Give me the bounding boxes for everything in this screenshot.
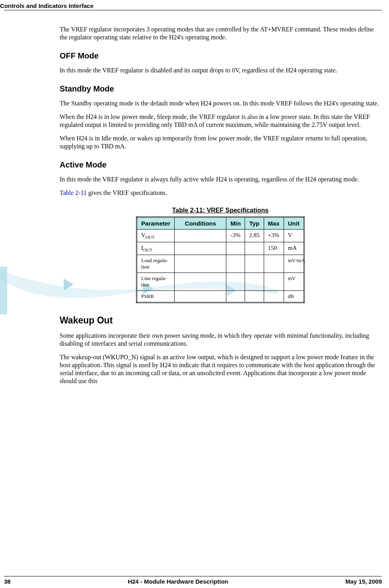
- page-content: The VREF regulator incorporates 3 operat…: [0, 10, 389, 385]
- table-cell-parameter: Line regula-tion: [137, 273, 175, 291]
- table-header-parameter: Parameter: [137, 217, 175, 230]
- table-cell-parameter: VOUT: [137, 230, 175, 242]
- table-cell-parameter: IOUT: [137, 242, 175, 255]
- table-cell-typ: [245, 273, 264, 291]
- table-header-conditions: Conditions: [175, 217, 226, 230]
- table-cell-typ: [245, 255, 264, 273]
- table-cell-min: [226, 255, 245, 273]
- table-cell-unit: dB: [284, 291, 304, 303]
- table-cell-unit: mV/mA: [284, 255, 304, 273]
- table-cell-typ: 2.85: [245, 230, 264, 242]
- standby-mode-paragraph-1: The Standby operating mode is the defaul…: [60, 99, 381, 107]
- document-date: May 15, 2009: [345, 578, 382, 585]
- table-reference-link[interactable]: Table 2-11: [60, 189, 87, 196]
- document-title: H24 - Module Hardware Description: [128, 578, 228, 585]
- table-row: PSRR dB: [137, 291, 304, 303]
- off-mode-paragraph: In this mode the VREF regulator is disab…: [60, 66, 381, 74]
- vref-specifications-table: Parameter Conditions Min Typ Max Unit VO…: [136, 216, 305, 303]
- table-row: VOUT -3% 2.85 +3% V: [137, 230, 304, 242]
- table-cell-max: [264, 255, 284, 273]
- table-cell-parameter: Load regula-tion: [137, 255, 175, 273]
- page-number: 38: [4, 578, 11, 585]
- table-cell-unit: mV: [284, 273, 304, 291]
- table-header-typ: Typ: [245, 217, 264, 230]
- heading-wakeup-out: Wakeup Out: [60, 315, 381, 326]
- table-header-max: Max: [264, 217, 284, 230]
- page-header-title: Controls and Indicators Interface: [0, 0, 389, 9]
- table-cell-max: 150: [264, 242, 284, 255]
- heading-active-mode: Active Mode: [60, 160, 381, 169]
- table-cell-conditions: [175, 255, 226, 273]
- heading-off-mode: OFF Mode: [60, 51, 381, 60]
- table-cell-max: [264, 273, 284, 291]
- table-cell-conditions: [175, 291, 226, 303]
- active-mode-paragraph-2-rest: gives the VREF specifications.: [87, 189, 167, 196]
- table-row: IOUT 150 mA: [137, 242, 304, 255]
- standby-mode-paragraph-3: When H24 is in Idle mode, or wakes up te…: [60, 134, 381, 150]
- heading-standby-mode: Standby Mode: [60, 84, 381, 93]
- table-cell-conditions: [175, 242, 226, 255]
- table-header-unit: Unit: [284, 217, 304, 230]
- active-mode-paragraph-2: Table 2-11 gives the VREF specifications…: [60, 189, 381, 197]
- table-cell-typ: [245, 242, 264, 255]
- table-cell-min: -3%: [226, 230, 245, 242]
- page-footer: 38 H24 - Module Hardware Description May…: [0, 576, 389, 585]
- intro-paragraph: The VREF regulator incorporates 3 operat…: [60, 25, 381, 41]
- table-title: Table 2-11: VREF Specifications: [60, 207, 381, 214]
- table-cell-unit: mA: [284, 242, 304, 255]
- active-mode-paragraph-1: In this mode the VREF regulator is alway…: [60, 175, 381, 183]
- table-cell-min: [226, 273, 245, 291]
- table-cell-parameter: PSRR: [137, 291, 175, 303]
- wakeup-paragraph-1: Some applications incorporate their own …: [60, 332, 381, 348]
- table-cell-unit: V: [284, 230, 304, 242]
- table-cell-min: [226, 291, 245, 303]
- table-cell-conditions: [175, 273, 226, 291]
- table-cell-conditions: [175, 230, 226, 242]
- standby-mode-paragraph-2: When the H24 is in low power mode, Sleep…: [60, 113, 381, 129]
- table-cell-typ: [245, 291, 264, 303]
- table-row: Line regula-tion mV: [137, 273, 304, 291]
- wakeup-paragraph-2: The wakeup-out (WKUPO_N) signal is an ac…: [60, 353, 381, 385]
- table-cell-min: [226, 242, 245, 255]
- table-cell-max: [264, 291, 284, 303]
- table-cell-max: +3%: [264, 230, 284, 242]
- table-row: Load regula-tion mV/mA: [137, 255, 304, 273]
- table-header-min: Min: [226, 217, 245, 230]
